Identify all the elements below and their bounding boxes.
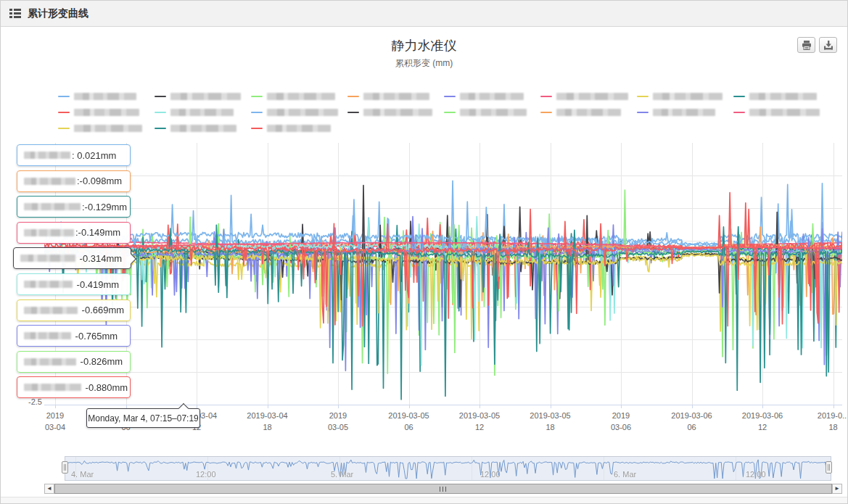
tooltip-value: :-0.149mm	[75, 227, 120, 238]
legend-marker	[251, 96, 263, 97]
legend-item[interactable]	[251, 106, 347, 118]
legend-item[interactable]	[444, 106, 540, 118]
print-button[interactable]	[797, 37, 815, 53]
legend-marker	[540, 112, 552, 113]
legend-label-redacted	[267, 125, 331, 132]
chart-title: 静力水准仪	[1, 37, 847, 54]
legend-label-redacted	[556, 109, 621, 116]
navigator-axis-label: 12:00	[480, 470, 501, 479]
legend-item[interactable]	[155, 106, 251, 118]
legend-label-redacted	[74, 125, 142, 132]
scrollbar-grip-icon	[440, 487, 446, 492]
legend-item[interactable]	[733, 106, 830, 118]
legend-marker	[58, 96, 70, 97]
legend-item[interactable]	[58, 106, 155, 118]
scrollbar-left-button[interactable]: ◄	[44, 484, 54, 494]
tooltip-series-name-redacted	[24, 229, 74, 236]
legend	[58, 90, 840, 138]
tooltip-value: : 0.021mm	[72, 150, 116, 161]
legend-marker	[637, 96, 649, 97]
tooltip-value: -0.826mm	[78, 356, 123, 367]
legend-item[interactable]	[155, 90, 251, 102]
tooltip-value: -0.314mm	[77, 253, 122, 264]
tooltip-box: -0.669mm	[17, 299, 131, 321]
download-button[interactable]	[819, 37, 837, 53]
navigator-axis-label: 12:00	[196, 470, 216, 479]
tooltip-series-name-redacted	[24, 332, 71, 339]
legend-marker	[733, 112, 745, 113]
legend-item[interactable]	[637, 90, 733, 102]
legend-label-redacted	[653, 109, 715, 116]
tooltip-series-name-redacted	[24, 203, 81, 210]
tooltip-series-name-redacted	[24, 152, 70, 159]
legend-label-redacted	[74, 93, 136, 100]
tooltip-value: :-0.129mm	[82, 202, 127, 212]
legend-item[interactable]	[155, 122, 251, 134]
tooltip-box: : 0.021mm	[17, 144, 131, 166]
tooltip-series-name-redacted	[24, 384, 81, 391]
tooltip-series-name-redacted	[24, 178, 75, 185]
legend-label-redacted	[749, 93, 817, 100]
navigator-axis-label: 5. Mar	[331, 470, 353, 479]
legend-marker	[155, 96, 166, 97]
tooltip-value: -0.765mm	[73, 331, 118, 342]
scrollbar-thumb[interactable]	[54, 484, 832, 494]
topbar: 累计形变曲线	[1, 1, 847, 27]
y-axis-tick-label: -2.5	[21, 397, 42, 406]
page-title: 累计形变曲线	[28, 7, 88, 20]
x-axis-label: 2019-03-0512	[445, 410, 514, 433]
navigator-handle-left[interactable]	[62, 461, 68, 474]
list-icon[interactable]	[9, 9, 21, 18]
x-axis-label: 2019-0...18	[799, 410, 848, 433]
legend-marker	[540, 96, 552, 97]
legend-marker	[58, 128, 70, 129]
legend-label-redacted	[170, 125, 236, 132]
legend-marker	[347, 96, 359, 97]
legend-item[interactable]	[251, 122, 347, 134]
x-axis-label: 2019-03-0506	[374, 410, 444, 433]
legend-label-redacted	[749, 109, 820, 116]
scrollbar-right-button[interactable]: ►	[832, 484, 842, 494]
legend-label-redacted	[170, 109, 234, 116]
chart-subtitle: 累积形变 (mm)	[1, 57, 847, 70]
printer-icon	[802, 41, 812, 50]
tooltip-value: :-0.098mm	[77, 175, 122, 186]
navigator-canvas[interactable]	[65, 457, 831, 480]
legend-item[interactable]	[58, 122, 155, 134]
legend-item[interactable]	[540, 90, 637, 102]
tooltip-box: :-0.098mm	[17, 170, 131, 192]
main-chart-canvas[interactable]	[44, 143, 842, 410]
x-axis-label: 201903-05	[303, 410, 373, 433]
legend-item[interactable]	[251, 90, 347, 102]
x-axis-label: 2019-03-0518	[516, 410, 585, 433]
tooltip-box: -0.419mm	[17, 273, 131, 295]
x-axis-label: 2019-03-0606	[657, 410, 727, 433]
legend-item[interactable]	[58, 90, 155, 102]
legend-label-redacted	[267, 93, 335, 100]
legend-label-redacted	[363, 93, 429, 100]
legend-label-redacted	[74, 109, 139, 116]
legend-item[interactable]	[347, 90, 444, 102]
legend-label-redacted	[170, 93, 241, 100]
legend-label-redacted	[460, 109, 527, 116]
legend-label-redacted	[460, 93, 524, 100]
legend-item[interactable]	[347, 106, 444, 118]
navigator-handle-right[interactable]	[826, 461, 832, 474]
navigator-axis-label: 4. Mar	[71, 470, 94, 479]
navigator[interactable]: 4. Mar12:005. Mar12:006. Mar12:00	[65, 456, 831, 481]
legend-item[interactable]	[444, 90, 540, 102]
tooltip-box: :-0.149mm	[17, 222, 131, 244]
x-axis-label: 201903-04	[20, 410, 90, 433]
legend-item[interactable]	[733, 90, 830, 102]
legend-item[interactable]	[637, 106, 733, 118]
x-axis-label: 201903-06	[586, 410, 656, 433]
scrollbar-track[interactable]	[54, 484, 832, 494]
bottom-strip	[1, 497, 847, 504]
legend-marker	[58, 112, 70, 113]
legend-item[interactable]	[540, 106, 637, 118]
export-buttons	[797, 37, 837, 53]
tooltip-box: -0.880mm	[17, 376, 131, 398]
legend-marker	[733, 96, 745, 97]
legend-label-redacted	[267, 109, 338, 116]
legend-marker	[637, 112, 649, 113]
